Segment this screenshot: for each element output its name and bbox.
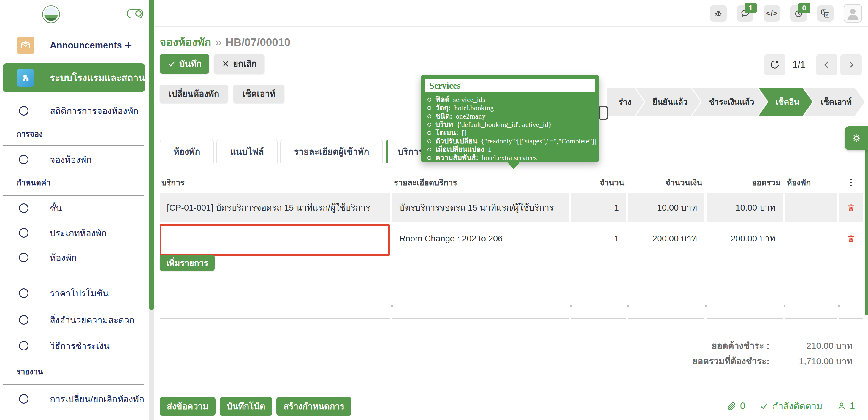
person-icon bbox=[845, 6, 861, 21]
cell-qty[interactable]: 1 bbox=[571, 193, 626, 222]
col-header-room[interactable]: ห้องพัก bbox=[785, 174, 837, 191]
attachments-counter[interactable]: 0 bbox=[727, 401, 745, 411]
translate-button[interactable]: A x bbox=[817, 5, 834, 22]
tooltip-field-label: ตัวปรับเปลี่ยน bbox=[435, 137, 477, 145]
sidebar-item-room-change-cancel[interactable]: การเปลี่ยน/ยกเลิกห้องพัก bbox=[0, 393, 148, 405]
announcements-envelope-icon bbox=[17, 36, 34, 54]
cell-total[interactable]: 10.00 บาท bbox=[707, 193, 782, 222]
divider bbox=[3, 384, 144, 385]
main-scrollbar-thumb[interactable] bbox=[865, 128, 868, 316]
cell-qty[interactable]: 1 bbox=[571, 224, 626, 253]
save-button[interactable]: บันทึก bbox=[160, 54, 209, 74]
tooltip-field-label: บริบท bbox=[435, 120, 453, 128]
cell-detail[interactable]: บัตรบริการจอดรถ 15 นาทีแรก/ผู้ใช้บริการ bbox=[392, 193, 569, 222]
status-step-checkout[interactable]: เช็คเอาท์ bbox=[804, 88, 865, 116]
sidebar-app-hotel-active[interactable]: ระบบโรงแรมและสถานที่— bbox=[3, 63, 145, 92]
sidebar-item-rooms[interactable]: ห้องพัก bbox=[0, 251, 148, 264]
kebab-menu-icon bbox=[850, 179, 852, 186]
company-logo[interactable] bbox=[42, 5, 60, 23]
sidebar-scrollbar-thumb[interactable] bbox=[149, 0, 154, 310]
code-icon: </> bbox=[766, 9, 777, 18]
column-options-button[interactable] bbox=[839, 174, 863, 191]
user-avatar[interactable] bbox=[844, 4, 862, 23]
sidebar-item-label: วิธีการชำระเงิน bbox=[50, 339, 110, 353]
status-step-paid[interactable]: ชำระเงินแล้ว bbox=[692, 88, 767, 116]
tooltip-field-label: ชนิด: bbox=[435, 112, 452, 120]
boolean-checkbox[interactable] bbox=[598, 106, 608, 120]
sidebar-section-booking: การจอง bbox=[17, 128, 43, 140]
total-payable-value: 1,710.00 บาท bbox=[770, 354, 852, 368]
sidebar-item-label: สถิติการการจองห้องพัก bbox=[50, 104, 138, 118]
sidebar-item-room-type[interactable]: ประเภทห้องพัก bbox=[0, 227, 148, 239]
sidebar-item-promo-price[interactable]: ราคาโปรโมชัน bbox=[0, 287, 148, 299]
col-header-service[interactable]: บริการ bbox=[160, 174, 390, 191]
breadcrumb-record: HB/07/00010 bbox=[226, 36, 290, 49]
send-message-button[interactable]: ส่งข้อความ bbox=[160, 397, 216, 416]
save-label: บันทึก bbox=[179, 57, 202, 71]
cell-service-invalid[interactable] bbox=[160, 224, 390, 256]
add-line-button[interactable]: เพิ่มรายการ bbox=[160, 255, 215, 271]
following-label: กำลังติดตาม bbox=[772, 399, 823, 414]
cell-amount[interactable]: 10.00 บาท bbox=[628, 193, 704, 222]
checkout-button[interactable]: เช็คเอาท์ bbox=[233, 85, 284, 103]
tab-attachments[interactable]: แนบไฟล์ bbox=[216, 140, 278, 163]
sidebar-item-book-room[interactable]: จองห้องพัก bbox=[0, 153, 148, 166]
messages-button[interactable]: 1 bbox=[737, 5, 753, 22]
total-due-value: 210.00 บาท bbox=[770, 339, 852, 353]
tab-rooms[interactable]: ห้องพัก bbox=[160, 140, 214, 163]
settings-fab-button[interactable] bbox=[845, 126, 868, 150]
pager-next-button[interactable] bbox=[840, 54, 862, 76]
sidebar-item-floor[interactable]: ชั้น bbox=[0, 202, 148, 214]
schedule-activity-button[interactable]: สร้างกำหนดการ bbox=[276, 397, 351, 416]
services-table: บริการ รายละเอียดบริการ จำนวน จำนวนเงิน … bbox=[160, 174, 863, 256]
add-announcement-button[interactable]: + bbox=[124, 39, 132, 52]
cell-service[interactable]: [CP-01-001] บัตรบริการจอดรถ 15 นาทีแรก/ผ… bbox=[160, 193, 390, 222]
tab-guest-details[interactable]: รายละเอียดผู้เข้าพัก bbox=[280, 140, 383, 163]
developer-tools-button[interactable]: </> bbox=[764, 5, 780, 22]
col-header-amount[interactable]: จำนวนเงิน bbox=[628, 174, 704, 191]
log-note-button[interactable]: บันทึกโน้ต bbox=[220, 397, 272, 416]
statusbar: ร่าง ยืนยันแล้ว ชำระเงินแล้ว เช็คอิน เช็… bbox=[607, 88, 865, 116]
followers-counter[interactable]: 1 bbox=[837, 401, 855, 411]
tooltip-field-value: hotel.booking bbox=[455, 104, 494, 112]
tooltip-title: Services bbox=[429, 81, 460, 91]
toggle-knob-icon bbox=[135, 10, 142, 17]
pager-count: 1/1 bbox=[793, 59, 805, 70]
attachments-count: 0 bbox=[740, 401, 745, 411]
column-boundary-dot bbox=[838, 305, 840, 307]
col-header-qty[interactable]: จำนวน bbox=[571, 174, 626, 191]
breadcrumb-app-link[interactable]: จองห้องพัก bbox=[160, 36, 211, 49]
following-toggle[interactable]: กำลังติดตาม bbox=[760, 399, 823, 414]
table-row: Room Change : 202 to 206 1 200.00 บาท 20… bbox=[160, 224, 863, 256]
sidebar-item-amenities[interactable]: สิ่งอำนวยความสะดวก bbox=[0, 314, 148, 326]
person-icon bbox=[837, 401, 846, 411]
col-header-detail[interactable]: รายละเอียดบริการ bbox=[392, 174, 569, 191]
cancel-button[interactable]: ยกเลิก bbox=[214, 54, 265, 74]
cell-room[interactable] bbox=[785, 193, 837, 222]
total-payable-row: ยอดรวมที่ต้องชำระ: 1,710.00 บาท bbox=[692, 354, 852, 368]
sidebar-item-booking-stats[interactable]: สถิติการการจองห้องพัก bbox=[0, 104, 148, 117]
paperclip-icon bbox=[727, 401, 737, 411]
delete-row-button[interactable] bbox=[839, 224, 863, 253]
cell-room[interactable] bbox=[785, 224, 837, 253]
sidebar-item-label: ชั้น bbox=[50, 201, 62, 215]
debug-bug-button[interactable] bbox=[710, 5, 727, 22]
change-room-button[interactable]: เปลี่ยนห้องพัก bbox=[160, 85, 228, 103]
col-header-total[interactable]: ยอดรวม bbox=[707, 174, 782, 191]
sidebar-app-announcements[interactable]: Announcements + bbox=[0, 35, 148, 56]
cell-detail[interactable]: Room Change : 202 to 206 bbox=[392, 224, 569, 253]
pager-previous-button[interactable] bbox=[816, 54, 837, 76]
cell-total[interactable]: 200.00 บาท bbox=[707, 224, 782, 253]
divider bbox=[154, 387, 868, 387]
activities-button[interactable]: 0 bbox=[790, 5, 807, 22]
sidebar-item-payment-methods[interactable]: วิธีการชำระเงิน bbox=[0, 339, 148, 352]
delete-row-button[interactable] bbox=[839, 193, 863, 222]
messages-badge: 1 bbox=[745, 3, 757, 13]
sidebar-item-label: การเปลี่ยน/ยกเลิกห้องพัก bbox=[50, 392, 144, 406]
refresh-button[interactable] bbox=[764, 54, 785, 76]
cell-amount[interactable]: 200.00 บาท bbox=[628, 224, 704, 253]
tooltip-field-value: {"readonly":[["stages","=","Complete"]]} bbox=[481, 137, 596, 145]
sidebar-toggle[interactable] bbox=[127, 9, 144, 19]
status-step-confirmed[interactable]: ยืนยันแล้ว bbox=[636, 88, 701, 116]
sidebar-section-config: กำหนดค่า bbox=[17, 176, 51, 189]
